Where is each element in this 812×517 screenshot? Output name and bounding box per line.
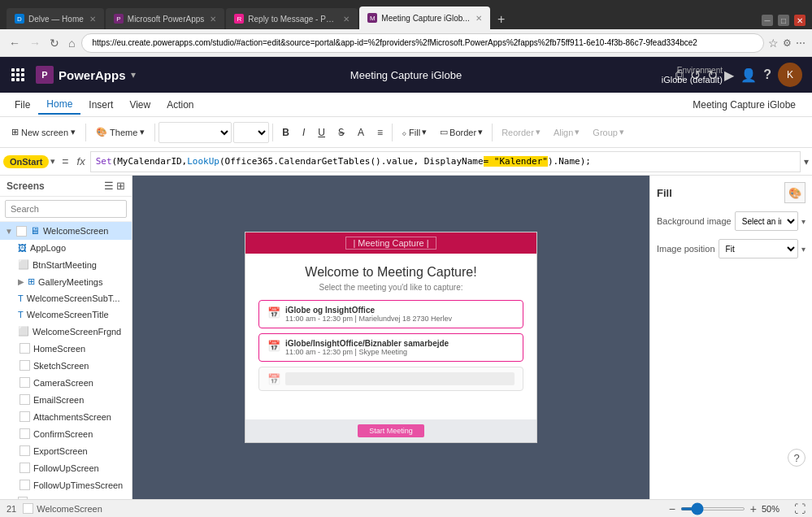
camera-checkbox[interactable] (20, 377, 30, 388)
close-btn[interactable]: ✕ (794, 15, 805, 26)
help-icon-wrapper[interactable]: ? (788, 449, 805, 467)
meeting-card-3[interactable]: 📅 (258, 367, 523, 391)
text-icon1: T (18, 293, 24, 303)
screen-item-homescreen[interactable]: HomeScreen (0, 340, 132, 357)
extension-icon2[interactable]: ⋯ (796, 37, 805, 49)
menu-view[interactable]: View (121, 96, 158, 114)
meeting-card-2[interactable]: 📅 iGlobe/InsightOffice/Biznabler samarbe… (258, 333, 523, 362)
reload-btn[interactable]: ↻ (47, 37, 62, 50)
tab-close-icon2[interactable]: ✕ (210, 15, 216, 24)
screen-item-emailscreen[interactable]: EmailScreen (0, 391, 132, 408)
formula-collapse-btn[interactable]: ▾ (804, 156, 809, 167)
font-size-select[interactable] (233, 122, 269, 143)
screen-item-gallerymeetings[interactable]: ▶ ⊞ GalleryMeetings (0, 273, 132, 290)
tab-reply[interactable]: R Reply to Message - Power L... ✕ (226, 8, 358, 29)
screen-item-welcomescreen[interactable]: ▼ 🖥 WelcomeScreen (0, 222, 132, 240)
extension-icon1[interactable]: ⚙ (783, 37, 792, 49)
screen-item-btnstartmeeting[interactable]: ⬜ BtnStartMeeting (0, 256, 132, 273)
tab-close-icon3[interactable]: ✕ (343, 15, 350, 24)
screen-item-followupscreen[interactable]: FollowUpScreen (0, 459, 132, 476)
screen-item-exportscreen[interactable]: ExportScreen (0, 442, 132, 459)
zoom-slider[interactable] (680, 507, 745, 510)
bookmark-icon[interactable]: ☆ (768, 37, 779, 50)
environment-info: Environment iGlobe (default) (662, 66, 723, 85)
pa-icon-play[interactable]: ▶ (724, 67, 734, 83)
browser-tabs: D Delve — Home ✕ P Microsoft PowerApps ✕… (7, 7, 762, 29)
screen-item-welcomescreensubt[interactable]: T WelcomeScreenSubT... (0, 290, 132, 306)
grid-view-icon[interactable]: ⊞ (116, 180, 125, 192)
meeting-card-1[interactable]: 📅 iGlobe og InsightOffice 11:00 am - 12:… (258, 300, 523, 328)
bold-btn[interactable]: B (276, 124, 295, 141)
tab-delve[interactable]: D Delve — Home ✕ (7, 8, 104, 29)
attach-checkbox[interactable] (20, 411, 30, 422)
align-btn[interactable]: ≡ (371, 124, 389, 141)
email-checkbox[interactable] (20, 394, 30, 405)
formula-code-display[interactable]: Set(MyCalendarID, LookUp(Office365.Calen… (90, 151, 801, 172)
tab-powerapps[interactable]: P Microsoft PowerApps ✕ (106, 8, 224, 29)
screen-item-camerascreen[interactable]: CameraScreen (0, 374, 132, 391)
address-input[interactable] (81, 33, 764, 53)
menu-insert[interactable]: Insert (80, 96, 121, 114)
screen-item-welcomescreenfrgnd[interactable]: ⬜ WelcomeScreenFrgnd (0, 323, 132, 340)
tab-meeting-active[interactable]: M Meeting Capture iGlob... ✕ (359, 7, 489, 29)
status-checkbox[interactable] (23, 503, 33, 514)
screen-checkbox[interactable] (16, 226, 27, 237)
followuptimes-checkbox[interactable] (20, 480, 30, 490)
screen-item-followuptimesscreen[interactable]: FollowUpTimesScreen (0, 476, 132, 493)
group-btn[interactable]: Group ▾ (587, 124, 630, 141)
list-view-icon[interactable]: ☰ (104, 180, 114, 192)
home-btn[interactable]: ⌂ (66, 37, 77, 50)
new-screen-btn[interactable]: ⊞ New screen ▾ (5, 124, 82, 141)
user-avatar[interactable]: K (778, 63, 802, 87)
tab-delve-label: Delve — Home (28, 15, 84, 24)
screens-search-input[interactable] (5, 200, 127, 218)
new-tab-btn[interactable]: + (492, 10, 511, 29)
screen-item-collectionsandvariables[interactable]: CollectionsAndVariables (0, 493, 132, 499)
menu-home[interactable]: Home (38, 95, 80, 115)
font-family-select[interactable] (158, 122, 232, 143)
strikethrough-btn[interactable]: S̶ (332, 124, 350, 141)
maximize-btn[interactable]: □ (778, 15, 789, 26)
image-position-select[interactable]: Fit (719, 239, 798, 258)
collections-checkbox[interactable] (18, 497, 28, 499)
tab-close-icon[interactable]: ✕ (89, 15, 96, 24)
export-checkbox[interactable] (20, 445, 30, 456)
fullscreen-icon[interactable]: ⛶ (794, 502, 805, 515)
underline-btn[interactable]: U (312, 124, 331, 141)
tab-close-icon4[interactable]: ✕ (475, 14, 482, 23)
home-checkbox[interactable] (20, 343, 30, 354)
canvas-header-text: | Meeting Capture | (345, 237, 436, 250)
canvas-welcome-text: Welcome to Meeting Capture! (258, 265, 523, 280)
forward-btn[interactable]: → (27, 37, 43, 50)
screen-item-sketchscreen[interactable]: SketchScreen (0, 357, 132, 374)
screen-item-attachmentsscreen[interactable]: AttachmentsScreen (0, 408, 132, 425)
confirm-checkbox[interactable] (20, 428, 30, 439)
pa-icon-user[interactable]: 👤 (740, 67, 757, 83)
camerascreen-label: CameraScreen (33, 378, 93, 388)
font-color-btn[interactable]: A (352, 124, 370, 141)
powerapps-caret[interactable]: ▾ (131, 69, 136, 80)
screen-item-applogo[interactable]: 🖼 AppLogo (0, 240, 132, 256)
italic-btn[interactable]: I (297, 124, 310, 141)
theme-btn[interactable]: 🎨 Theme ▾ (89, 124, 151, 141)
fill-paint-icon[interactable]: 🎨 (784, 182, 805, 203)
menu-action[interactable]: Action (158, 96, 202, 114)
bg-image-select[interactable]: Select an image... (735, 211, 798, 231)
sketch-checkbox[interactable] (20, 360, 30, 371)
border-btn[interactable]: ▭ Border ▾ (434, 124, 489, 141)
back-btn[interactable]: ← (7, 37, 23, 50)
pa-icon-help[interactable]: ? (763, 67, 771, 82)
waffle-menu[interactable] (10, 67, 26, 83)
screen-item-confirmscreen[interactable]: ConfirmScreen (0, 425, 132, 442)
minimize-btn[interactable]: ─ (762, 15, 773, 26)
reorder-btn[interactable]: Reorder ▾ (496, 124, 546, 141)
zoom-minus-btn[interactable]: − (667, 502, 677, 515)
start-meeting-canvas-btn[interactable]: Start Meeting (358, 424, 424, 437)
followup-checkbox[interactable] (20, 463, 30, 473)
fill-btn[interactable]: ⬦ Fill ▾ (396, 124, 432, 141)
align-right-btn[interactable]: Align ▾ (548, 124, 585, 141)
zoom-plus-btn[interactable]: + (749, 502, 758, 515)
screen-item-welcomescreentitle[interactable]: T WelcomeScreenTitle (0, 306, 132, 323)
property-caret[interactable]: ▾ (50, 156, 55, 167)
menu-file[interactable]: File (7, 96, 38, 114)
